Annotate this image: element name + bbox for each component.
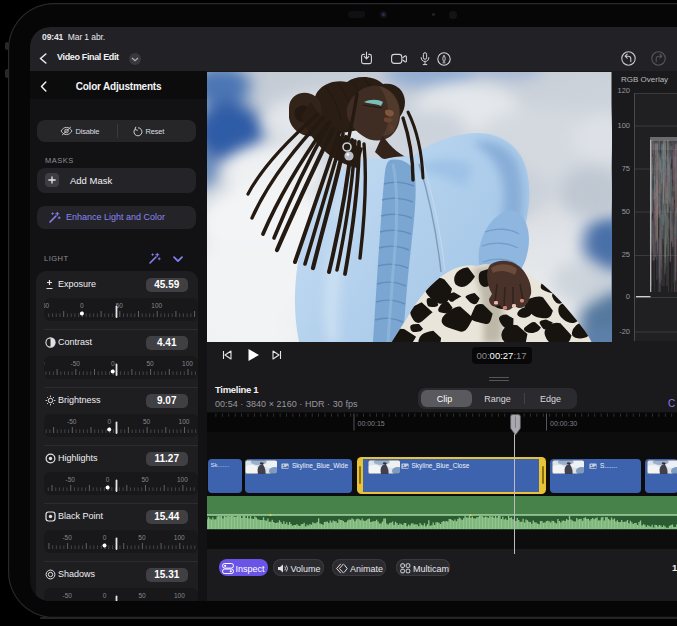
svg-text:0: 0: [103, 533, 107, 540]
svg-text:-50: -50: [67, 417, 77, 424]
svg-text:-50: -50: [62, 591, 72, 598]
svg-text:100: 100: [182, 359, 193, 366]
svg-text:100: 100: [179, 417, 190, 424]
svg-text:0: 0: [107, 417, 111, 424]
svg-text:50: 50: [143, 417, 151, 424]
svg-text:-50: -50: [65, 475, 75, 482]
svg-text:0: 0: [103, 591, 107, 598]
svg-text:00:00:15: 00:00:15: [358, 420, 385, 427]
svg-text:100: 100: [151, 301, 162, 308]
svg-text:-50: -50: [62, 533, 72, 540]
svg-text:50: 50: [138, 533, 146, 540]
svg-text:-50: -50: [71, 359, 81, 366]
svg-text:0: 0: [111, 359, 115, 366]
svg-text:-100: -100: [44, 359, 45, 366]
svg-text:-50: -50: [44, 301, 50, 308]
svg-text:100: 100: [177, 475, 188, 482]
svg-text:50: 50: [146, 359, 154, 366]
svg-text:00:00:30: 00:00:30: [550, 420, 577, 427]
svg-text:50: 50: [138, 591, 146, 598]
svg-text:50: 50: [141, 475, 149, 482]
svg-text:100: 100: [174, 533, 185, 540]
svg-text:0: 0: [106, 475, 110, 482]
svg-text:0: 0: [80, 301, 84, 308]
svg-text:100: 100: [174, 591, 185, 598]
